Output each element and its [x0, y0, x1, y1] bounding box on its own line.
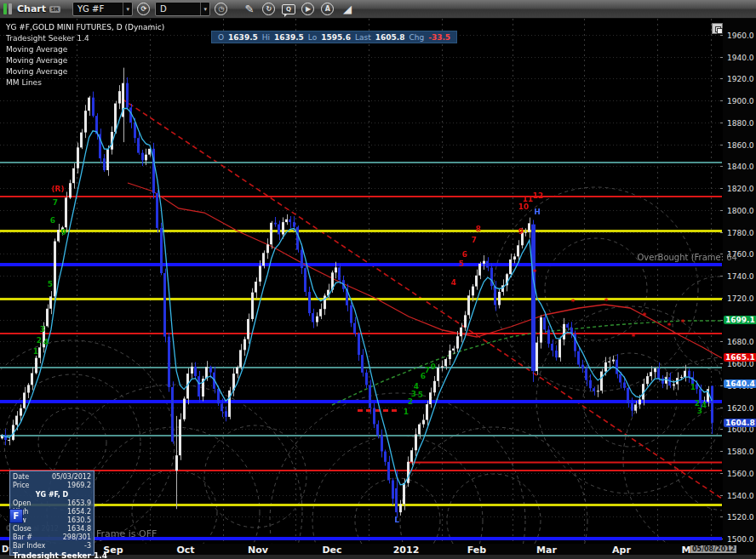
data-window-row: Date05/03/2012	[13, 473, 91, 482]
redo-icon: ↻	[262, 3, 275, 15]
app-logo-icon	[3, 3, 12, 14]
ohlc-lo-value: 1595.6	[321, 33, 351, 42]
interval-dropdown[interactable]: D ▾	[155, 2, 210, 16]
seeker-count-label: 5	[48, 280, 53, 288]
seeker-count-label: 9	[61, 228, 66, 237]
quote-bubble-icon: Q	[282, 4, 295, 14]
auto-icon: A	[321, 3, 334, 15]
seeker-count-label: 11	[523, 195, 534, 203]
chevron-down-icon: ▾	[123, 3, 132, 15]
price-tick-label: 1620.0	[727, 404, 754, 413]
seeker-count-label: 12	[533, 191, 544, 200]
legend-ma-1: Moving Average	[6, 44, 164, 55]
price-tick-label: 1800.0	[727, 207, 754, 215]
price-tick-label: 1780.0	[727, 229, 754, 237]
chart-title: YG #F,GOLD MINI FUTURES, D (Dynamic)	[6, 22, 164, 33]
draw-pencil-button[interactable]: ✎	[241, 2, 258, 17]
price-tick-label: 1820.0	[727, 185, 754, 193]
data-window-row: Price1969.2	[13, 482, 91, 490]
chart-legend: YG #F,GOLD MINI FUTURES, D (Dynamic) Tra…	[6, 22, 164, 88]
price-tick-label: 1540.0	[727, 492, 754, 500]
interval-clock-button[interactable]: ◷	[213, 2, 230, 17]
price-badge: 1640.4	[724, 379, 756, 388]
ohlc-o-label: O	[218, 33, 224, 42]
seeker-count-label: 3	[40, 325, 45, 334]
seeker-count-label: 6	[50, 216, 55, 225]
seeker-count-label: 6	[462, 250, 467, 259]
seeker-count-label: L	[394, 516, 399, 524]
price-tick-label: 1900.0	[727, 97, 754, 106]
seeker-dot-marker: *	[604, 297, 609, 305]
price-tick-label: 1720.0	[727, 294, 754, 303]
overbought-label: OverBought (Frame: 64	[638, 253, 738, 262]
symbol-dropdown[interactable]: YG #F ▾	[72, 2, 133, 16]
legend-ma-3: Moving Average	[6, 66, 164, 77]
seeker-count-label: 2	[408, 397, 413, 406]
play-icon: ▶	[301, 3, 314, 15]
ohlc-last-value: 1605.8	[375, 33, 405, 42]
seeker-count-label: 4	[702, 401, 707, 409]
seeker-count-label: 1	[33, 347, 38, 356]
f-badge-icon[interactable]: F	[9, 509, 23, 523]
seeker-dot-marker: *	[667, 322, 672, 330]
symbol-settings-button[interactable]: ⟳	[135, 2, 152, 17]
symbol-dropdown-value: YG #F	[77, 4, 104, 14]
price-badge: 1665.1	[724, 353, 756, 362]
data-window-footer: Tradesight Seeker 1.4	[13, 550, 91, 559]
draw-pencil-icon: ✎	[245, 3, 255, 15]
data-window-row: Bar Index-3	[13, 542, 91, 550]
seeker-count-label: 1	[404, 408, 409, 416]
play-button[interactable]: ▶	[300, 2, 317, 17]
price-tick-label: 1940.0	[727, 54, 754, 62]
auto-button[interactable]: A	[319, 2, 336, 17]
data-window-row: Low1630.5	[13, 516, 91, 525]
seeker-count-label: 2	[37, 336, 42, 345]
ohlc-chg-label: Chg	[409, 33, 424, 42]
seeker-dot-marker: *	[643, 311, 647, 320]
price-tick-label: 1880.0	[727, 119, 754, 128]
seeker-count-label: 7	[425, 366, 430, 374]
price-tick-label: 1500.0	[727, 535, 754, 544]
seeker-count-label: 4	[451, 278, 456, 287]
data-window-row: High1654.2	[13, 508, 91, 516]
ohlc-chg-value: -33.5	[428, 33, 450, 42]
legend-seeker: Tradesight Seeker 1.4	[6, 33, 164, 44]
price-tick-label: 1920.0	[727, 75, 754, 83]
eraser-button[interactable]: ◢	[339, 2, 356, 17]
ohlc-o-value: 1639.5	[228, 33, 258, 42]
price-badge: 1699.1	[724, 316, 756, 324]
ohlc-lo-label: Lo	[308, 33, 317, 42]
seeker-count-label: 5	[459, 260, 464, 268]
price-axis[interactable]: 1960.01940.01920.01900.01880.01860.01840…	[723, 19, 756, 555]
seeker-count-label: 8	[476, 225, 481, 233]
seeker-count-label: 3	[411, 390, 416, 398]
seeker-count-label: 7	[472, 236, 477, 244]
seeker-count-label: 5	[418, 391, 423, 399]
chart-tab-badge: SR	[49, 6, 60, 13]
current-date-badge: 05/08/2012	[690, 545, 736, 553]
seeker-dot-marker: *	[681, 318, 685, 327]
price-tick-label: 1860.0	[727, 141, 754, 150]
restore-panel-button[interactable]	[712, 23, 723, 34]
data-window-row: Open1653.9	[13, 499, 91, 508]
eraser-icon: ◢	[343, 3, 352, 15]
interval-dropdown-value: D	[160, 4, 167, 14]
time-axis[interactable]: SepOctNovDec2012FebMarAprM	[0, 544, 722, 555]
price-badge: 1604.8	[724, 419, 756, 427]
toolbar: Chart SR YG #F ▾ ⟳ D ▾ ◷ ✎ ↻ Q ▶ A ◢	[0, 0, 756, 19]
seeker-count-label: 10	[518, 202, 530, 211]
seeker-count-label: 4	[43, 338, 49, 346]
data-window-row: Bar #298/301	[13, 533, 91, 542]
seeker-dot-marker: *	[632, 333, 636, 341]
seeker-count-label: (R)	[51, 185, 64, 193]
redo-button[interactable]: ↻	[261, 2, 278, 17]
seeker-count-label: 1	[690, 383, 696, 391]
ohlc-hi-value: 1639.5	[274, 33, 304, 42]
price-tick-label: 1560.0	[727, 470, 754, 478]
seeker-dot-marker: *	[533, 268, 537, 277]
seeker-count-label: H	[534, 208, 541, 216]
quote-bubble-button[interactable]: Q	[280, 2, 297, 17]
price-tick-label: 1580.0	[727, 448, 754, 456]
seeker-count-label: 9	[431, 362, 436, 371]
chart-tab-label[interactable]: Chart	[17, 3, 46, 14]
